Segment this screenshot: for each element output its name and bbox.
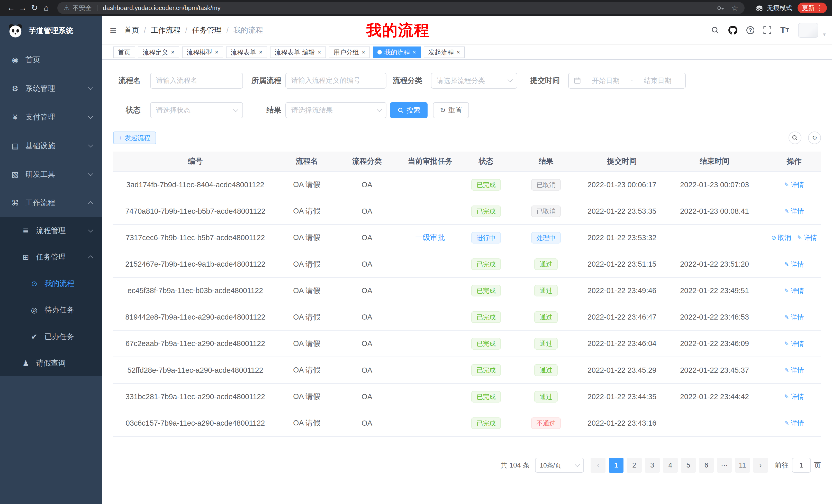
font-size-icon[interactable]: TT: [780, 25, 789, 35]
category-select[interactable]: 请选择流程分类: [431, 73, 517, 89]
search-button[interactable]: 搜索: [390, 102, 428, 118]
process-name-input[interactable]: [150, 73, 243, 89]
page-button-3[interactable]: 3: [645, 458, 660, 473]
fullscreen-icon[interactable]: [763, 26, 771, 34]
url-text[interactable]: dashboard.yudao.iocoder.cn/bpm/task/my: [103, 4, 220, 11]
close-icon[interactable]: ×: [259, 49, 262, 55]
detail-button[interactable]: ✎详情: [784, 313, 804, 322]
tab-my-process[interactable]: 我的流程×: [373, 47, 421, 58]
detail-button[interactable]: ✎详情: [784, 180, 804, 189]
goto-page-input[interactable]: [792, 458, 811, 473]
security-label[interactable]: 不安全: [73, 4, 92, 12]
page-button-6[interactable]: 6: [699, 458, 714, 473]
sidebar-item-leave-query[interactable]: ♟ 请假查询: [0, 350, 102, 376]
sidebar-item-devtools[interactable]: ▧ 研发工具: [0, 160, 102, 189]
eye-icon: ◎: [30, 306, 39, 314]
cancel-icon: ⊘: [771, 234, 776, 241]
status-badge: 已完成: [471, 391, 501, 402]
more-pages-button[interactable]: ⋯: [717, 458, 732, 473]
sidebar-item-workflow[interactable]: ⌘ 工作流程: [0, 189, 102, 217]
next-page-button[interactable]: ›: [753, 458, 768, 473]
update-button[interactable]: 更新 ⋮: [798, 3, 827, 13]
help-icon[interactable]: ?: [746, 26, 754, 34]
breadcrumb-workflow[interactable]: 工作流程: [151, 25, 181, 35]
sidebar-item-home[interactable]: ◉ 首页: [0, 46, 102, 74]
page-button-2[interactable]: 2: [627, 458, 642, 473]
detail-button[interactable]: ✎详情: [784, 286, 804, 296]
table-row: 7317cec6-7b9b-11ec-b5b7-acde48001122 OA …: [113, 225, 821, 251]
table-row: 03c6c157-7b9a-11ec-a290-acde48001122 OA …: [113, 410, 821, 437]
sidebar-item-payment[interactable]: ¥ 支付管理: [0, 103, 102, 131]
home-icon[interactable]: ⌂: [41, 3, 52, 12]
sidebar-item-process-management[interactable]: ≣ 流程管理: [0, 217, 102, 244]
toggle-search-button[interactable]: [788, 132, 801, 144]
bookmark-star-icon[interactable]: ☆: [731, 4, 738, 12]
reset-button[interactable]: ↻ 重置: [433, 102, 469, 118]
detail-button[interactable]: ✎详情: [784, 392, 804, 401]
table-row: 2152467e-7b9b-11ec-9a1b-acde48001122 OA …: [113, 251, 821, 277]
create-process-button[interactable]: + 发起流程: [113, 132, 156, 144]
search-icon[interactable]: [711, 26, 719, 34]
sidebar-item-system[interactable]: ⚙ 系统管理: [0, 74, 102, 103]
refresh-table-button[interactable]: ↻: [808, 132, 821, 144]
detail-button[interactable]: ✎详情: [784, 207, 804, 216]
detail-button[interactable]: ✎详情: [784, 419, 804, 428]
current-task-link[interactable]: 一级审批: [415, 233, 445, 242]
cancel-button[interactable]: ⊘取消: [771, 233, 791, 242]
avatar-caret-icon[interactable]: ▾: [823, 31, 826, 37]
table-row: ec45f38f-7b9a-11ec-b03b-acde48001122 OA …: [113, 277, 821, 304]
key-icon[interactable]: [717, 4, 724, 12]
prev-page-button[interactable]: ‹: [591, 458, 605, 473]
close-icon[interactable]: ×: [457, 49, 460, 55]
submit-time-range-picker[interactable]: 开始日期 - 结束日期: [568, 73, 685, 89]
close-icon[interactable]: ×: [171, 49, 174, 55]
github-icon[interactable]: [728, 26, 737, 35]
breadcrumb-task-management[interactable]: 任务管理: [192, 25, 222, 35]
detail-button[interactable]: ✎详情: [784, 339, 804, 348]
sidebar-item-my-process[interactable]: ⊙ 我的流程: [0, 271, 102, 297]
process-definition-input[interactable]: [285, 73, 386, 89]
detail-button[interactable]: ✎详情: [797, 233, 817, 242]
reload-icon[interactable]: ↻: [29, 3, 40, 12]
detail-button[interactable]: ✎详情: [784, 260, 804, 269]
kebab-menu-icon[interactable]: ⋮: [816, 4, 823, 11]
result-badge: 通过: [534, 338, 558, 349]
status-select[interactable]: 请选择状态: [150, 102, 243, 118]
close-icon[interactable]: ×: [362, 49, 365, 55]
back-icon[interactable]: ←: [5, 3, 17, 12]
sidebar-item-todo-tasks[interactable]: ◎ 待办任务: [0, 297, 102, 324]
tab-process-model[interactable]: 流程模型×: [182, 47, 224, 58]
tab-process-definition[interactable]: 流程定义×: [138, 47, 179, 58]
page-button-11[interactable]: 11: [735, 458, 750, 473]
forward-icon[interactable]: →: [17, 3, 29, 12]
address-bar[interactable]: ⚠ 不安全 dashboard.yudao.iocoder.cn/bpm/tas…: [57, 2, 745, 13]
main-content: 流程名 所属流程 流程分类 请选择流程分类 提交时间 开始日期 - 结束日期 状…: [102, 60, 832, 504]
detail-button[interactable]: ✎详情: [784, 366, 804, 375]
sidebar-item-infrastructure[interactable]: ▤ 基础设施: [0, 132, 102, 160]
sidebar-item-done-tasks[interactable]: ✔ 已办任务: [0, 324, 102, 350]
page-size-select[interactable]: 10条/页: [535, 458, 584, 473]
tab-process-form[interactable]: 流程表单×: [226, 47, 267, 58]
yen-icon: ¥: [10, 113, 20, 121]
close-icon[interactable]: ×: [317, 49, 321, 55]
tab-start-process[interactable]: 发起流程×: [424, 47, 465, 58]
page-button-1[interactable]: 1: [609, 458, 624, 473]
tab-home[interactable]: 首页: [113, 47, 135, 58]
breadcrumb-current: 我的流程: [233, 25, 263, 35]
page-button-4[interactable]: 4: [663, 458, 678, 473]
sidebar-item-task-management[interactable]: ⊞ 任务管理: [0, 244, 102, 270]
chevron-down-icon: [508, 77, 513, 82]
breadcrumb-home[interactable]: 首页: [124, 25, 139, 35]
close-icon[interactable]: ×: [215, 49, 218, 55]
hamburger-icon[interactable]: ≡: [102, 24, 124, 36]
page-button-5[interactable]: 5: [681, 458, 696, 473]
process-id: 819442e8-7b9a-11ec-a290-acde48001122: [113, 304, 278, 330]
process-id: 2152467e-7b9b-11ec-9a1b-acde48001122: [113, 251, 278, 277]
tab-user-group[interactable]: 用户分组×: [329, 47, 370, 58]
result-badge: 通过: [534, 391, 558, 402]
avatar[interactable]: [798, 23, 818, 38]
close-icon[interactable]: ×: [412, 49, 416, 55]
tab-process-form-edit[interactable]: 流程表单-编辑×: [270, 47, 326, 58]
status-badge: 已完成: [471, 338, 501, 349]
result-select[interactable]: 请选择流结果: [285, 102, 386, 118]
